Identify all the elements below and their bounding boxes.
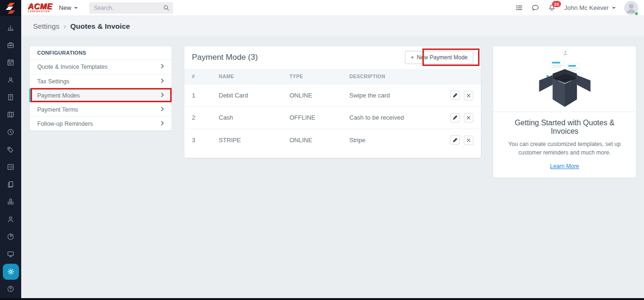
breadcrumb-settings[interactable]: Settings bbox=[33, 22, 59, 31]
getting-started-body: You can create customized templates, set… bbox=[502, 140, 627, 157]
pencil-icon bbox=[453, 93, 458, 98]
messages-button[interactable] bbox=[531, 4, 539, 12]
config-item-label: Payment Terms bbox=[37, 106, 78, 113]
column-header-type: TYPE bbox=[282, 69, 342, 84]
table-row: 1 Debit Card ONLINE Swipe the card bbox=[184, 84, 481, 107]
getting-started-panel: Getting Started with Quotes & Invoices Y… bbox=[493, 46, 636, 178]
column-header-name: NAME bbox=[211, 69, 282, 84]
global-search bbox=[89, 2, 173, 14]
close-icon bbox=[466, 115, 471, 120]
getting-started-title: Getting Started with Quotes & Invoices bbox=[502, 119, 627, 136]
configurations-panel: CONFIGURATIONS Quote & Invoice Templates… bbox=[29, 46, 172, 131]
learn-more-link[interactable]: Learn More bbox=[550, 163, 579, 170]
open-box-illustration bbox=[511, 48, 619, 110]
payment-mode-panel: Payment Mode (3) + New Payment Mode # NA… bbox=[184, 46, 481, 158]
list-icon bbox=[515, 4, 523, 12]
notification-badge: 24 bbox=[552, 1, 561, 7]
cell-num: 2 bbox=[184, 106, 211, 129]
payment-mode-header: Payment Mode (3) + New Payment Mode bbox=[184, 46, 481, 69]
edit-button[interactable] bbox=[450, 113, 460, 122]
company-logo-subtext: CORPORATION bbox=[28, 11, 52, 13]
sidebar-item-tags[interactable] bbox=[2, 141, 19, 158]
sidebar-item-forms[interactable] bbox=[2, 158, 19, 176]
search-input[interactable] bbox=[89, 2, 173, 14]
sidebar-item-calendar[interactable] bbox=[2, 54, 19, 71]
config-item-follow-up-reminders[interactable]: Follow-up Reminders bbox=[30, 116, 172, 130]
column-header-num: # bbox=[184, 69, 211, 84]
sidebar-item-territories[interactable] bbox=[2, 106, 19, 123]
delete-button[interactable] bbox=[464, 91, 473, 100]
company-logo[interactable]: ACME CORPORATION bbox=[28, 2, 52, 13]
config-item-tax-settings[interactable]: Tax Settings bbox=[30, 74, 172, 88]
sidebar-item-documents[interactable] bbox=[2, 176, 19, 193]
pencil-icon bbox=[453, 115, 458, 120]
documents-icon bbox=[7, 180, 15, 188]
sidebar-item-deals[interactable] bbox=[2, 36, 19, 54]
sidebar-item-help[interactable] bbox=[2, 280, 19, 298]
cell-num: 1 bbox=[184, 84, 211, 107]
new-payment-mode-button[interactable]: + New Payment Mode bbox=[405, 51, 473, 64]
sidebar-item-activities[interactable] bbox=[2, 123, 19, 141]
chevron-right-icon bbox=[160, 64, 165, 70]
sidebar-item-settings[interactable] bbox=[3, 264, 19, 280]
cell-name: STRIPE bbox=[211, 129, 282, 151]
config-item-label: Payment Modes bbox=[37, 92, 80, 99]
edit-button[interactable] bbox=[450, 135, 460, 145]
form-icon bbox=[7, 163, 15, 171]
plus-icon: + bbox=[411, 54, 414, 61]
table-header-row: # NAME TYPE DESCRIPTION bbox=[184, 69, 481, 84]
chevron-right-icon bbox=[160, 106, 165, 113]
chat-icon bbox=[531, 4, 539, 12]
user-menu[interactable]: John Mc Keever bbox=[564, 4, 616, 11]
avatar[interactable] bbox=[624, 1, 638, 15]
cell-type: ONLINE bbox=[282, 84, 342, 107]
map-icon bbox=[7, 111, 15, 119]
cell-num: 3 bbox=[184, 129, 211, 151]
delete-button[interactable] bbox=[464, 113, 473, 122]
pie-chart-icon bbox=[7, 233, 15, 241]
company-logo-text: ACME bbox=[28, 2, 52, 10]
sidebar-item-users[interactable] bbox=[2, 211, 19, 228]
calendar-icon bbox=[7, 58, 15, 66]
table-row: 2 Cash OFFLINE Cash to be received bbox=[184, 106, 481, 129]
task-list-button[interactable] bbox=[515, 4, 523, 12]
cubes-icon bbox=[7, 198, 15, 206]
sidebar-item-contacts[interactable] bbox=[2, 71, 19, 89]
cell-description: Stripe bbox=[342, 129, 440, 151]
cell-name: Cash bbox=[211, 106, 282, 129]
sidebar-nav bbox=[0, 19, 21, 298]
pencil-icon bbox=[453, 138, 458, 143]
config-item-payment-terms[interactable]: Payment Terms bbox=[30, 102, 172, 116]
config-item-label: Follow-up Reminders bbox=[37, 121, 93, 127]
sidebar-item-web[interactable] bbox=[2, 245, 19, 263]
breadcrumb: Settings › Quotes & Invoice bbox=[21, 16, 644, 36]
bar-chart-icon bbox=[7, 24, 15, 32]
cell-type: OFFLINE bbox=[282, 106, 342, 129]
page-title: Quotes & Invoice bbox=[70, 22, 130, 31]
settings-gear-icon bbox=[7, 268, 15, 276]
edit-button[interactable] bbox=[450, 90, 460, 100]
help-icon bbox=[7, 285, 15, 293]
new-payment-mode-label: New Payment Mode bbox=[417, 54, 468, 61]
config-item-payment-modes[interactable]: Payment Modes bbox=[30, 88, 172, 102]
delete-button[interactable] bbox=[464, 136, 473, 145]
chevron-right-icon bbox=[160, 121, 165, 127]
notifications-button[interactable]: 24 bbox=[548, 4, 556, 12]
breadcrumb-separator: › bbox=[64, 22, 66, 30]
config-item-quote-invoice-templates[interactable]: Quote & Invoice Templates bbox=[30, 60, 172, 74]
cell-description: Swipe the card bbox=[342, 84, 440, 107]
column-header-description: DESCRIPTION bbox=[342, 69, 440, 84]
sidebar-item-dashboard[interactable] bbox=[2, 19, 19, 36]
search-icon bbox=[163, 5, 169, 11]
sidebar-item-reports[interactable] bbox=[2, 228, 19, 245]
sidebar-item-integrations[interactable] bbox=[2, 193, 19, 211]
new-menu-button[interactable]: New bbox=[59, 4, 78, 11]
sidebar-item-companies[interactable] bbox=[2, 89, 19, 106]
close-icon bbox=[466, 93, 471, 98]
payment-mode-title: Payment Mode (3) bbox=[192, 53, 258, 62]
cell-name: Debit Card bbox=[211, 84, 282, 107]
app-logo[interactable] bbox=[0, 0, 21, 16]
top-navbar: ACME CORPORATION New 24 John Mc Keever bbox=[21, 0, 644, 16]
chevron-right-icon bbox=[160, 92, 165, 99]
config-item-label: Quote & Invoice Templates bbox=[37, 64, 107, 70]
